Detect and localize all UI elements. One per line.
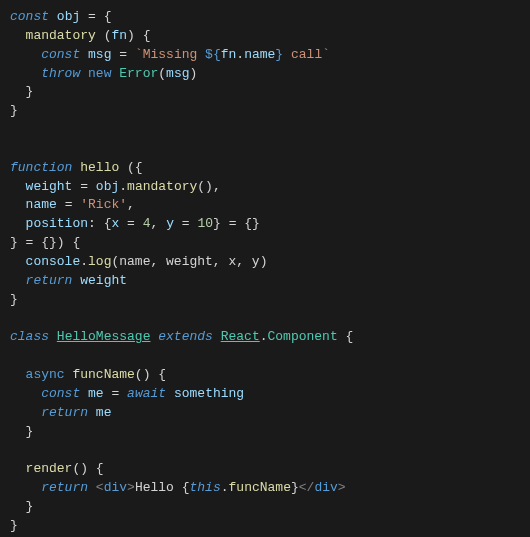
- code-block: const obj = { mandatory (fn) { const msg…: [10, 8, 520, 537]
- line: }: [10, 84, 33, 99]
- line: } = {}) {: [10, 235, 80, 250]
- line: }: [10, 103, 18, 118]
- line: name = 'Rick',: [10, 197, 135, 212]
- line: async funcName() {: [10, 367, 166, 382]
- line: return weight: [10, 273, 127, 288]
- line: }: [10, 424, 33, 439]
- line: return <div>Hello {this.funcName}</div>: [10, 480, 346, 495]
- line: weight = obj.mandatory(),: [10, 179, 221, 194]
- line: function hello ({: [10, 160, 143, 175]
- line: }: [10, 499, 33, 514]
- line: throw new Error(msg): [10, 66, 197, 81]
- line: position: {x = 4, y = 10} = {}: [10, 216, 260, 231]
- line: const me = await something: [10, 386, 244, 401]
- line: }: [10, 292, 18, 307]
- line: render() {: [10, 461, 104, 476]
- line: const obj = {: [10, 9, 111, 24]
- line: const msg = `Missing ${fn.name} call`: [10, 47, 330, 62]
- line: return me: [10, 405, 111, 420]
- line: mandatory (fn) {: [10, 28, 150, 43]
- line: console.log(name, weight, x, y): [10, 254, 267, 269]
- line: }: [10, 518, 18, 533]
- line: class HelloMessage extends React.Compone…: [10, 329, 353, 344]
